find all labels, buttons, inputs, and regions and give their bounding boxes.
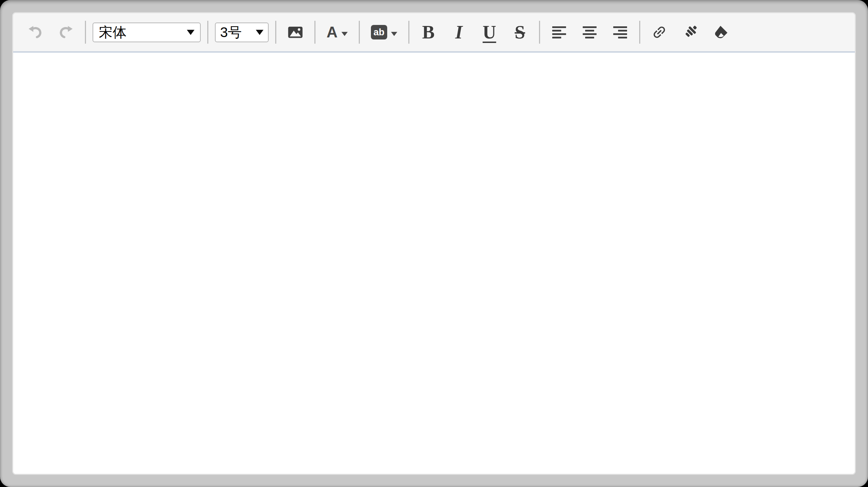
align-left-icon <box>552 26 566 38</box>
insert-link-button[interactable] <box>651 18 667 47</box>
redo-icon <box>58 25 73 40</box>
clear-format-button[interactable] <box>713 18 729 47</box>
align-center-icon <box>583 26 597 38</box>
align-left-button[interactable] <box>551 18 567 47</box>
italic-label: I <box>455 23 462 42</box>
italic-button[interactable]: I <box>451 18 467 47</box>
undo-icon <box>28 25 43 40</box>
toolbar-separator <box>314 21 315 44</box>
caret-down-icon <box>187 30 194 35</box>
image-icon <box>287 24 303 40</box>
redo-button[interactable] <box>58 18 74 47</box>
undo-button[interactable] <box>27 18 43 47</box>
link-icon <box>651 24 667 40</box>
format-brush-button[interactable] <box>682 18 698 47</box>
highlight-badge: ab <box>371 25 387 39</box>
font-color-button[interactable]: A <box>327 18 348 47</box>
underline-button[interactable]: U <box>481 18 497 47</box>
underline-label: U <box>483 23 496 42</box>
toolbar-separator <box>639 21 640 44</box>
bold-label: B <box>422 23 435 42</box>
toolbar-separator <box>539 21 540 44</box>
caret-down-icon <box>256 30 263 35</box>
eraser-icon <box>713 24 729 40</box>
bold-button[interactable]: B <box>420 18 436 47</box>
font-family-value: 宋体 <box>99 23 127 42</box>
align-right-button[interactable] <box>612 18 628 47</box>
toolbar-separator <box>408 21 409 44</box>
strikethrough-label: S <box>515 23 525 42</box>
rich-text-editor: 宋体 3号 <box>13 13 855 474</box>
toolbar-separator <box>359 21 360 44</box>
screenshot-stage: 宋体 3号 <box>0 0 868 487</box>
toolbar-separator <box>275 21 276 44</box>
font-size-value: 3号 <box>220 23 242 42</box>
caret-down-icon <box>341 32 348 36</box>
brush-icon <box>682 24 698 41</box>
insert-image-button[interactable] <box>287 18 303 47</box>
highlight-color-button[interactable]: ab <box>371 18 397 47</box>
caret-down-icon <box>391 32 397 36</box>
font-size-select[interactable]: 3号 <box>215 23 269 42</box>
font-color-label: A <box>327 25 338 40</box>
font-family-select[interactable]: 宋体 <box>93 23 201 42</box>
align-right-icon <box>613 26 627 38</box>
toolbar-separator <box>85 21 86 44</box>
editor-window-frame: 宋体 3号 <box>0 0 868 487</box>
editor-content-area[interactable] <box>13 53 855 474</box>
editor-toolbar: 宋体 3号 <box>13 13 855 53</box>
strikethrough-button[interactable]: S <box>512 18 528 47</box>
toolbar-separator <box>207 21 208 44</box>
align-center-button[interactable] <box>582 18 598 47</box>
